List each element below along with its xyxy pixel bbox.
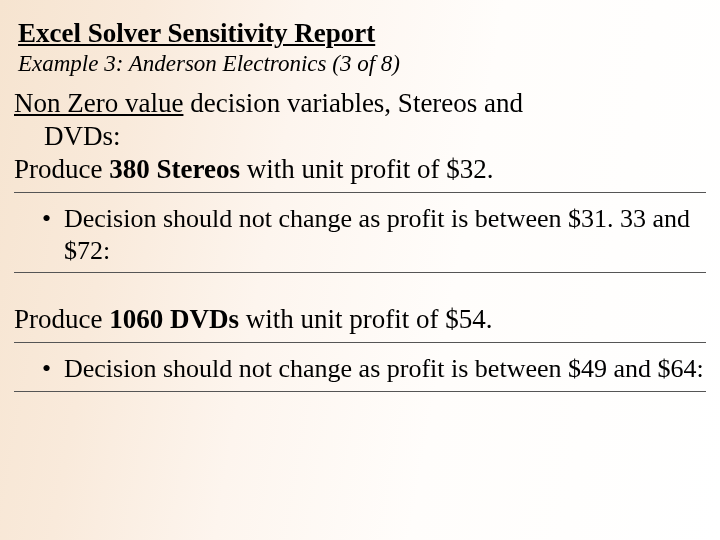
- slide-subtitle: Example 3: Anderson Electronics (3 of 8): [18, 51, 706, 77]
- intro-line-2: DVDs:: [44, 120, 706, 153]
- stereo-bullet-row: • Decision should not change as profit i…: [42, 203, 706, 266]
- dvd-a: Produce: [14, 304, 109, 334]
- divider-1: [14, 192, 706, 193]
- divider-2: [14, 272, 706, 273]
- dvd-bold: 1060 DVDs: [109, 304, 246, 334]
- intro-line-1: Non Zero value decision variables, Stere…: [14, 87, 706, 120]
- divider-3: [14, 342, 706, 343]
- spacer: [14, 283, 706, 303]
- stereo-bullet-text: Decision should not change as profit is …: [64, 203, 706, 266]
- dvd-line: Produce 1060 DVDs with unit profit of $5…: [14, 303, 706, 336]
- divider-4: [14, 391, 706, 392]
- dvd-c: with unit profit of $54.: [246, 304, 493, 334]
- dvd-bullet-row: • Decision should not change as profit i…: [42, 353, 706, 385]
- intro-rest: decision variables, Stereos and: [183, 88, 523, 118]
- slide-title: Excel Solver Sensitivity Report: [18, 18, 706, 49]
- slide: Excel Solver Sensitivity Report Example …: [0, 0, 720, 540]
- stereo-c: with unit profit of $32.: [247, 154, 494, 184]
- stereo-line: Produce 380 Stereos with unit profit of …: [14, 153, 706, 186]
- bullet-icon: •: [42, 203, 64, 266]
- stereo-bold: 380 Stereos: [109, 154, 246, 184]
- stereo-a: Produce: [14, 154, 109, 184]
- dvd-bullet-text: Decision should not change as profit is …: [64, 353, 706, 385]
- nonzero-underline: Non Zero value: [14, 88, 183, 118]
- bullet-icon: •: [42, 353, 64, 385]
